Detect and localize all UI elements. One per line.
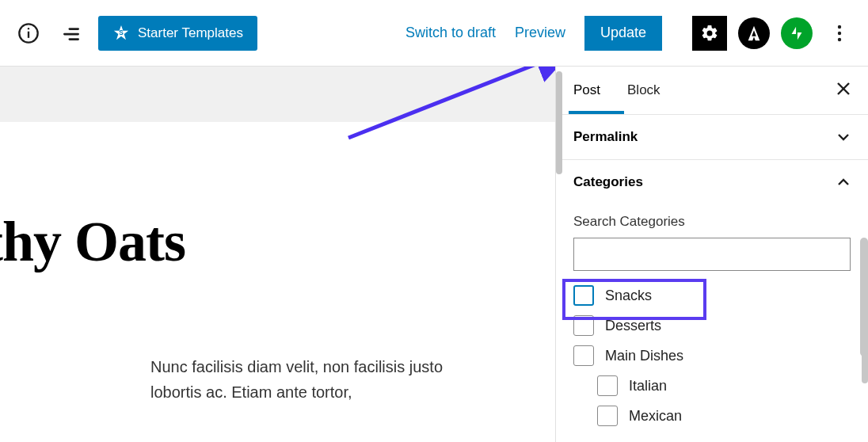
gear-icon [700, 24, 719, 43]
categories-list: Snacks Desserts Main Dishes Italian Mexi… [573, 280, 851, 431]
search-categories-label: Search Categories [573, 214, 851, 230]
svg-point-11 [838, 31, 841, 34]
category-checkbox-italian[interactable] [597, 375, 618, 396]
tab-block[interactable]: Block [627, 82, 661, 98]
more-options-button[interactable] [824, 17, 855, 49]
category-label: Italian [629, 378, 667, 394]
post-paragraph[interactable]: Nunc facilisis diam velit, non facilisis… [150, 354, 483, 405]
post-title[interactable]: thy Oats [0, 209, 555, 275]
category-checkbox-snacks[interactable] [573, 285, 594, 306]
tab-post[interactable]: Post [573, 82, 600, 98]
close-icon [836, 82, 851, 96]
switch-to-draft-link[interactable]: Switch to draft [405, 25, 496, 41]
editor-canvas[interactable]: thy Oats Nunc facilisis diam velit, non … [0, 67, 555, 442]
svg-point-10 [838, 25, 841, 28]
categories-panel-body: Search Categories Snacks Desserts Main D… [556, 204, 868, 439]
category-label: Mexican [629, 408, 682, 425]
page-scrollbar[interactable] [860, 71, 868, 436]
category-item: Main Dishes [573, 341, 851, 371]
category-item: Mexican [573, 401, 851, 431]
categories-label: Categories [573, 174, 643, 190]
svg-point-12 [838, 37, 841, 40]
sidebar-tabs: Post Block [556, 67, 868, 114]
starter-templates-label: Starter Templates [138, 25, 243, 41]
category-checkbox-mexican[interactable] [597, 406, 618, 426]
category-item: Snacks [573, 280, 851, 311]
info-icon[interactable] [13, 17, 44, 49]
editor-top-spacer [0, 67, 555, 122]
starter-templates-icon: S [112, 25, 130, 42]
sidebar-scrollbar[interactable] [556, 67, 562, 442]
chevron-up-icon [836, 175, 851, 189]
settings-button[interactable] [692, 16, 727, 51]
category-label: Main Dishes [605, 348, 683, 364]
categories-panel-toggle[interactable]: Categories [556, 159, 868, 204]
svg-marker-9 [798, 32, 802, 40]
category-item: Desserts [573, 311, 851, 341]
search-categories-input[interactable] [573, 238, 851, 271]
category-label: Desserts [605, 318, 661, 334]
permalink-panel-toggle[interactable]: Permalink [556, 114, 868, 159]
chevron-down-icon [836, 130, 851, 144]
preview-link[interactable]: Preview [515, 25, 565, 41]
category-checkbox-desserts[interactable] [573, 315, 594, 336]
settings-sidebar: Post Block Permalink Categories Search C… [555, 67, 868, 442]
close-sidebar-button[interactable] [836, 80, 851, 101]
jetpack-icon[interactable] [781, 17, 813, 49]
update-button[interactable]: Update [584, 16, 662, 51]
category-item: Italian [573, 371, 851, 401]
category-label: Snacks [605, 288, 652, 304]
starter-templates-button[interactable]: S Starter Templates [98, 16, 257, 51]
svg-marker-8 [792, 26, 797, 33]
category-checkbox-main-dishes[interactable] [573, 345, 594, 366]
editor-topbar: S Starter Templates Switch to draft Prev… [0, 0, 868, 67]
permalink-label: Permalink [573, 129, 638, 145]
outline-icon[interactable] [55, 17, 87, 49]
astra-icon[interactable] [738, 17, 770, 49]
svg-point-2 [28, 28, 29, 29]
svg-text:S: S [119, 29, 124, 36]
kebab-icon [837, 24, 842, 43]
